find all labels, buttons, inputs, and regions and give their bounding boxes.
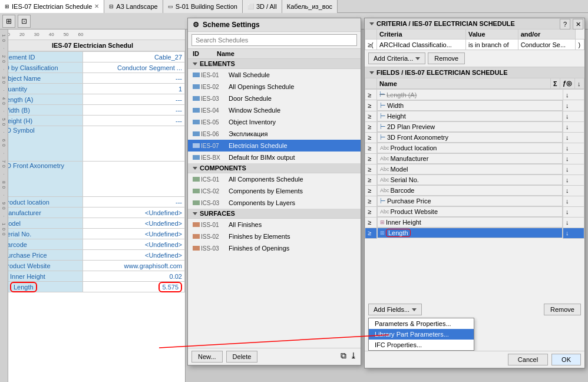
item-name-ies01: Wall Schedule	[229, 71, 270, 78]
field-name-3d: ⊢ 3D Front Axonometry	[377, 132, 563, 143]
field-text-manufacturer: Manufacturer	[391, 155, 429, 162]
tab-icon-3: ▭	[168, 4, 173, 9]
section-elements[interactable]: ELEMENTS	[188, 59, 361, 69]
list-item-ics02[interactable]: ICS-02 Components by Elements	[188, 185, 361, 197]
field-row-barcode[interactable]: ≥ Abc Barcode ↓	[365, 185, 584, 196]
schedule-content[interactable]: Element ID Cable_27 ID by Classification…	[0, 51, 185, 382]
tab-3d[interactable]: ⬜ 3D / All	[243, 0, 282, 13]
search-input[interactable]	[191, 34, 357, 46]
close-button[interactable]: ✕	[573, 19, 583, 29]
table-row: Quantity 1	[1, 84, 185, 94]
field-row-purchase-price[interactable]: ≥ ⊢ Purchase Price ↓	[365, 196, 584, 206]
section-surfaces[interactable]: SURFACES	[188, 209, 361, 219]
list-item-ies02[interactable]: IES-02 All Openings Schedule	[188, 81, 361, 93]
list-item-iss02[interactable]: ISS-02 Finishes by Elements	[188, 230, 361, 242]
abc-icon-5: Abc	[380, 187, 389, 193]
fields-toggle	[369, 71, 374, 74]
field-text-length-a: Length (A)	[387, 91, 417, 98]
row-value-model: <Undefined>	[83, 218, 185, 229]
help-button[interactable]: ?	[560, 19, 570, 29]
field-row-product-location[interactable]: ≥ Abc Product location ↓	[365, 143, 584, 153]
tab-close-1[interactable]: ✕	[94, 3, 99, 9]
list-item-ies03[interactable]: IES-03 Door Schedule	[188, 93, 361, 104]
add-criteria-row: Add Criteria... Remove	[365, 50, 584, 67]
item-name-ics02: Components by Elements	[229, 187, 303, 195]
list-item-ics03[interactable]: ICS-03 Components by Layers	[188, 197, 361, 209]
copy-icon[interactable]: ⧉	[341, 351, 346, 363]
section-components[interactable]: COMPONENTS	[188, 163, 361, 173]
row-value-object-name: ---	[83, 73, 185, 84]
field-row-model[interactable]: ≥ Abc Model ↓	[365, 164, 584, 174]
delete-button[interactable]: Delete	[226, 351, 258, 363]
new-button[interactable]: New...	[191, 351, 223, 363]
add-criteria-button[interactable]: Add Criteria...	[368, 52, 425, 64]
settings-icon: ⚙	[193, 21, 199, 29]
tab-icon-1: ⊞	[5, 4, 9, 9]
field-text-purchase-price: Purchase Price	[387, 197, 431, 205]
field-row-height[interactable]: ≥ ⊢ Height ↓	[365, 111, 584, 121]
add-fields-label: Add Fields...	[374, 306, 409, 313]
tab-electrician-schedule[interactable]: ⊞ IES-07 Electrician Schedule ✕	[0, 0, 104, 13]
tab-cable[interactable]: Кабель_из_вос	[282, 0, 338, 13]
list-item-ies07[interactable]: IES-07 Electrician Schedule	[188, 140, 361, 152]
field-name-model: Abc Model	[377, 164, 563, 174]
item-id-ies01: IES-01	[193, 72, 225, 78]
dropdown-item-parameters[interactable]: Parameters & Properties...	[369, 318, 474, 329]
field-name-serial: Abc Serial No.	[377, 174, 563, 185]
list-item-ies04[interactable]: IES-04 Window Schedule	[188, 104, 361, 116]
list-item-iss01[interactable]: ISS-01 All Finishes	[188, 219, 361, 230]
tab-label-2: A3 Landscape	[116, 3, 157, 10]
dropdown-item-ifc[interactable]: IFC Properties...	[369, 340, 474, 350]
item-name-ics01: All Components Schedule	[229, 176, 303, 183]
export-icon[interactable]: ⤓	[350, 351, 357, 363]
field-row-2d[interactable]: ≥ ⊢ 2D Plan Preview ↓	[365, 121, 584, 132]
field-row-length-a[interactable]: ≥ ⊢ Length (A) ↓	[365, 90, 584, 100]
remove-criteria-button[interactable]: Remove	[428, 52, 465, 64]
field-sigma-12: ↓	[563, 206, 584, 217]
table-row: Model <Undefined>	[1, 218, 185, 229]
row-label-height: Height (H)	[1, 116, 83, 126]
field-row-serial[interactable]: ≥ Abc Serial No. ↓	[365, 174, 584, 185]
fields-scroll-area[interactable]: ≥ ⊢ Length (A) ↓ ≥	[365, 89, 584, 301]
list-item-ies05[interactable]: IES-05 Object Inventory	[188, 116, 361, 128]
length-value-highlight: 5.575	[158, 282, 182, 292]
field-row-product-website[interactable]: ≥ Abc Product Website ↓	[365, 206, 584, 217]
cancel-button[interactable]: Cancel	[508, 354, 548, 365]
field-row-manufacturer[interactable]: ≥ Abc Manufacturer ↓	[365, 153, 584, 164]
field-text-width: Width	[387, 102, 404, 109]
section-components-label: COMPONENTS	[200, 164, 246, 172]
add-fields-button[interactable]: Add Fields...	[368, 304, 422, 315]
schedule-list[interactable]: ELEMENTS IES-01 Wall Schedule IES-02 All…	[188, 59, 361, 348]
ruler: 102030405060	[0, 29, 185, 40]
field-row-length-last[interactable]: ≥ ⊞ Length ↓	[365, 228, 584, 238]
section-surfaces-label: SURFACES	[200, 210, 235, 217]
tab-landscape[interactable]: ⊟ A3 Landscape	[104, 0, 163, 13]
measure-icon-3: ⊢	[380, 113, 386, 120]
col-function: ƒ◎	[560, 78, 574, 89]
item-name-ies02: All Openings Schedule	[229, 83, 294, 90]
remove-fields-button[interactable]: Remove	[544, 304, 581, 315]
table-row: Product location ---	[1, 197, 185, 208]
row-value-width-b: ---	[83, 105, 185, 116]
measure-icon-4: ⊢	[380, 123, 386, 131]
criteria-col2: is in branch of	[465, 39, 518, 50]
item-id-ies05: IES-05	[193, 119, 225, 126]
list-item-ies01[interactable]: IES-01 Wall Schedule	[188, 69, 361, 81]
tab-label-5: Кабель_из_вос	[287, 3, 332, 10]
list-item-ies06[interactable]: IES-06 Экспликация	[188, 128, 361, 140]
list-item-ics01[interactable]: ICS-01 All Components Schedule	[188, 173, 361, 185]
row-value-classification: Conductor Segment ...	[83, 62, 185, 73]
dropdown-item-library[interactable]: Library Part Parameters...	[369, 329, 474, 340]
fields-title-text: FIELDS / IES-07 ELECTRICIAN SCHEDULE	[376, 69, 507, 76]
grid-icon-2: ⊞	[380, 230, 385, 236]
toolbar-btn-2[interactable]: ⊡	[18, 15, 31, 28]
list-item-iss03[interactable]: ISS-03 Finishes of Openings	[188, 242, 361, 254]
criteria-col3: Conductor Se...	[518, 39, 576, 50]
field-row-3d[interactable]: ≥ ⊢ 3D Front Axonometry ↓	[365, 132, 584, 143]
tab-building-section[interactable]: ▭ S-01 Building Section	[163, 0, 243, 13]
ok-button[interactable]: OK	[551, 354, 581, 365]
toolbar-btn-1[interactable]: ⊞	[2, 15, 15, 28]
field-row-width[interactable]: ≥ ⊢ Width ↓	[365, 100, 584, 111]
field-row-inner-height[interactable]: ≥ ⊞ Inner Height ↓	[365, 217, 584, 228]
list-item-iesbx[interactable]: IES-BX Default for BIMx output	[188, 152, 361, 163]
